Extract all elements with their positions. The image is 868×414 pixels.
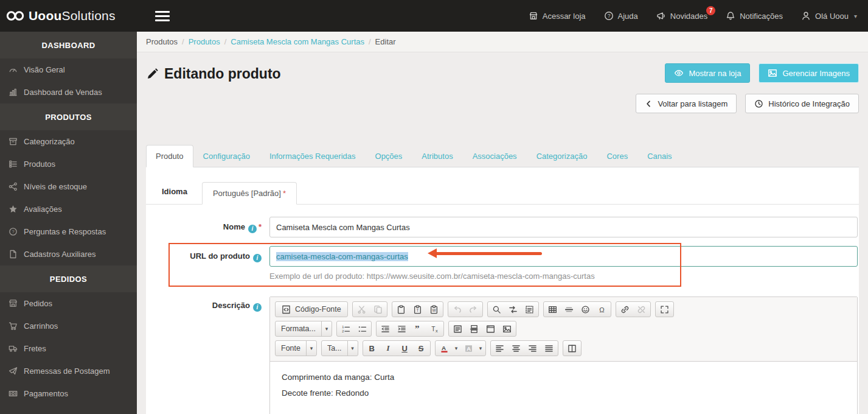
question-icon: ?: [9, 227, 18, 236]
paste-button[interactable]: [393, 302, 409, 317]
archive-icon: [9, 137, 18, 146]
table-button[interactable]: [544, 302, 561, 317]
cut-button[interactable]: [353, 302, 370, 317]
outdent-button[interactable]: [377, 321, 394, 336]
tab-canais[interactable]: Canais: [637, 145, 681, 167]
chevron-down-icon: ▾: [306, 341, 316, 356]
chevron-down-icon: ▾: [854, 13, 857, 19]
show-in-store-button[interactable]: Mostrar na loja: [665, 63, 750, 83]
select-all-button[interactable]: [521, 302, 538, 317]
product-tabs: Produto Configuração Informações Requeri…: [146, 145, 859, 167]
align-left-button[interactable]: [491, 341, 508, 356]
bullet-list-button[interactable]: [354, 321, 370, 336]
svg-text:Ω: Ω: [599, 306, 604, 313]
integration-history-button[interactable]: Histórico de Integração: [745, 94, 859, 113]
iframe-button[interactable]: [482, 321, 499, 336]
redo-button[interactable]: [465, 302, 482, 317]
nav-notifications[interactable]: Notificações: [726, 11, 783, 21]
breadcrumb: Produtos / Produtos / Camiseta Mescla co…: [137, 32, 868, 52]
find-button[interactable]: [488, 302, 505, 317]
sidebar-item-dashboard-vendas[interactable]: Dashboard de Vendas: [0, 81, 137, 103]
sidebar-item-pagamentos[interactable]: Pagamentos: [0, 382, 137, 405]
selected-url-text: camiseta-mescla-com-mangas-curtas: [276, 252, 408, 261]
sidebar-item-niveis-estoque[interactable]: Níveis de estoque: [0, 175, 137, 198]
nav-help[interactable]: ? Ajuda: [604, 11, 638, 21]
sidebar-item-carrinhos[interactable]: Carrinhos: [0, 315, 137, 337]
copy-button[interactable]: [370, 302, 386, 317]
font-size-dropdown[interactable]: Ta...▾: [321, 340, 358, 356]
sidebar-item-perguntas-respostas[interactable]: ? Perguntas e Respostas: [0, 220, 137, 243]
info-icon[interactable]: i: [253, 303, 262, 312]
tab-associacoes[interactable]: Associações: [463, 145, 527, 167]
paste-text-button[interactable]: T: [409, 302, 426, 317]
sidebar-item-categorizacao[interactable]: Categorização: [0, 130, 137, 153]
page-break-button[interactable]: [466, 321, 482, 336]
sidebar-item-remessas-postagem[interactable]: Remessas de Postagem: [0, 360, 137, 382]
align-right-button[interactable]: [524, 341, 541, 356]
chevron-left-icon: [645, 100, 653, 108]
description-line: [282, 401, 845, 414]
tab-configuracao[interactable]: Configuração: [193, 145, 260, 167]
url-input[interactable]: camiseta-mescla-com-mangas-curtas: [269, 246, 858, 267]
show-blocks-button[interactable]: [564, 341, 580, 356]
replace-button[interactable]: [505, 302, 521, 317]
align-center-button[interactable]: [508, 341, 524, 356]
back-to-list-button[interactable]: Voltar para listagem: [636, 94, 737, 113]
manage-images-button[interactable]: Gerenciar Imagens: [759, 63, 859, 83]
tab-opcoes[interactable]: Opções: [366, 145, 412, 167]
italic-button[interactable]: I: [380, 341, 397, 356]
nav-news[interactable]: Novidades7: [656, 11, 707, 21]
unlink-button[interactable]: [633, 302, 650, 317]
sidebar-item-pedidos[interactable]: Pedidos: [0, 292, 137, 315]
chevron-down-icon: ▾: [321, 321, 332, 336]
source-code-button[interactable]: Código-Fonte: [276, 302, 347, 317]
tab-produto[interactable]: Produto: [146, 145, 193, 167]
strikethrough-button[interactable]: S: [413, 341, 429, 356]
tab-atributos[interactable]: Atributos: [412, 145, 462, 167]
font-dropdown[interactable]: Fonte▾: [275, 340, 317, 356]
smiley-button[interactable]: [577, 302, 594, 317]
remove-format-button[interactable]: Tx: [426, 321, 443, 336]
info-icon[interactable]: i: [253, 254, 262, 262]
required-mark: *: [259, 222, 262, 231]
format-dropdown[interactable]: Formata...▾: [275, 321, 332, 337]
name-input[interactable]: [269, 217, 858, 237]
sidebar-item-fretes[interactable]: Fretes: [0, 337, 137, 360]
align-justify-button[interactable]: [541, 341, 557, 356]
background-color-button[interactable]: A ▾: [460, 341, 485, 356]
numbered-list-button[interactable]: 12: [338, 321, 354, 336]
sidebar-item-avaliacoes[interactable]: Avaliações: [0, 198, 137, 220]
special-char-button[interactable]: Ω: [594, 302, 610, 317]
info-icon[interactable]: i: [248, 225, 257, 233]
paste-word-button[interactable]: W: [426, 302, 442, 317]
undo-button[interactable]: [449, 302, 465, 317]
nav-access-store[interactable]: Acessar loja: [529, 11, 586, 21]
text-color-button[interactable]: A ▾: [436, 341, 460, 356]
hamburger-menu-icon[interactable]: [155, 11, 170, 21]
sidebar-item-cadastros-auxiliares[interactable]: Cadastros Auxiliares: [0, 243, 137, 265]
underline-button[interactable]: U: [397, 341, 413, 356]
tab-portugues-padrao[interactable]: Português [Padrão]*: [202, 182, 297, 205]
sidebar-item-produtos[interactable]: Produtos: [0, 153, 137, 175]
sidebar-item-visao-geral[interactable]: Visão Geral: [0, 58, 137, 81]
create-div-button[interactable]: [450, 321, 466, 336]
blockquote-button[interactable]: ”: [410, 321, 426, 336]
tab-informacoes-requeridas[interactable]: Informações Requeridas: [260, 145, 366, 167]
tab-categorizacao[interactable]: Categorização: [527, 145, 597, 167]
breadcrumb-item[interactable]: Produtos: [189, 37, 220, 46]
editor-content[interactable]: Comprimento da manga: Curta Decote frent…: [270, 362, 857, 414]
name-row: Nomei*: [146, 217, 859, 237]
breadcrumb-item[interactable]: Camiseta Mescla com Mangas Curtas: [231, 37, 364, 46]
indent-button[interactable]: [394, 321, 410, 336]
brand-logo[interactable]: UoouSolutions: [0, 9, 137, 23]
horizontal-rule-button[interactable]: [561, 302, 577, 317]
nav-user-menu[interactable]: Olá Uoou ▾: [801, 11, 857, 21]
svg-text:?: ?: [12, 229, 14, 234]
tab-cores[interactable]: Cores: [597, 145, 637, 167]
maximize-button[interactable]: [656, 302, 673, 317]
share-icon: [9, 182, 18, 191]
bold-button[interactable]: B: [364, 341, 380, 356]
link-button[interactable]: [617, 302, 633, 317]
insert-image-button[interactable]: [499, 321, 515, 336]
truck-icon: [9, 344, 18, 353]
